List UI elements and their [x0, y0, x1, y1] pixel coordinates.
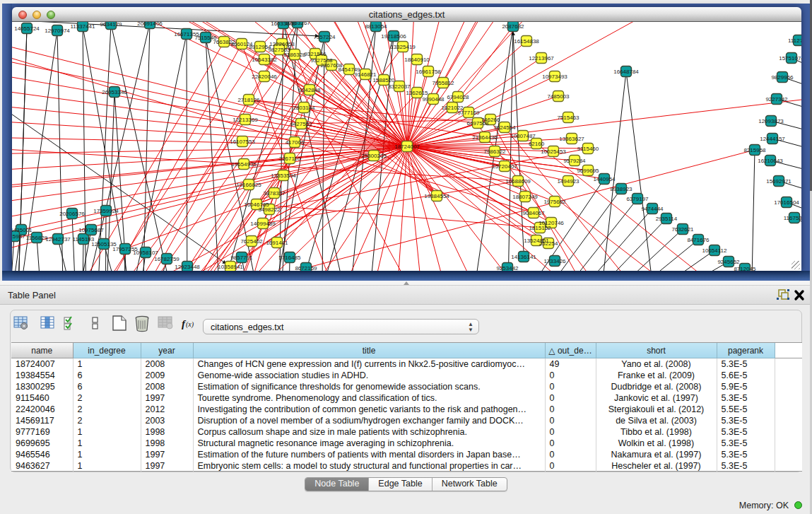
svg-text:2803144: 2803144 [293, 105, 315, 111]
svg-text:8471676: 8471676 [687, 237, 710, 243]
svg-text:1362615: 1362615 [406, 90, 428, 96]
svg-text:1167533: 1167533 [784, 215, 801, 221]
svg-text:12093873: 12093873 [758, 118, 784, 124]
svg-text:12970974: 12970974 [45, 28, 70, 34]
svg-text:7986322: 7986322 [483, 148, 506, 155]
svg-text:7485003: 7485003 [547, 93, 570, 100]
svg-text:15720407: 15720407 [492, 163, 517, 170]
svg-text:18807249: 18807249 [512, 194, 538, 200]
svg-text:12213967: 12213967 [529, 55, 554, 62]
svg-text:9115460: 9115460 [577, 146, 599, 152]
svg-text:9777169: 9777169 [457, 110, 480, 116]
svg-text:12444157: 12444157 [760, 136, 785, 142]
svg-text:8215958: 8215958 [743, 147, 766, 153]
svg-text:9245652: 9245652 [717, 259, 740, 265]
svg-text:9474444: 9474444 [641, 206, 664, 212]
svg-text:19654935: 19654935 [231, 161, 257, 168]
svg-text:8186328: 8186328 [283, 52, 306, 58]
svg-text:19384554: 19384554 [424, 193, 449, 199]
svg-text:1733426: 1733426 [543, 258, 566, 264]
svg-text:10543382: 10543382 [252, 57, 277, 63]
svg-text:9829966: 9829966 [771, 74, 794, 81]
svg-text:9857791: 9857791 [230, 255, 253, 261]
svg-text:1691441: 1691441 [266, 240, 288, 246]
svg-text:16210643: 16210643 [758, 158, 783, 164]
svg-text:9699695: 9699695 [577, 168, 599, 174]
svg-text:417006: 417006 [286, 139, 305, 146]
svg-text:12213369: 12213369 [233, 117, 258, 123]
svg-text:(x): (x) [186, 320, 194, 329]
svg-text:7632621: 7632621 [671, 226, 694, 233]
svg-text:3878337: 3878337 [263, 190, 286, 197]
svg-text:9634179: 9634179 [100, 22, 122, 28]
svg-text:10975687: 10975687 [78, 227, 104, 233]
svg-text:16154838: 16154838 [514, 38, 539, 45]
svg-text:8813054: 8813054 [365, 23, 387, 30]
svg-text:10973493: 10973493 [542, 74, 567, 80]
svg-text:9253442: 9253442 [496, 265, 519, 271]
svg-text:14055724: 14055724 [14, 25, 40, 32]
svg-text:16648784: 16648784 [613, 69, 639, 75]
svg-text:7955812: 7955812 [432, 80, 454, 86]
svg-text:3624554: 3624554 [493, 124, 516, 131]
svg-text:13363627: 13363627 [559, 136, 584, 142]
svg-text:1588520: 1588520 [372, 77, 395, 83]
svg-text:10958107: 10958107 [133, 250, 158, 256]
svg-text:15692971: 15692971 [766, 178, 792, 185]
svg-text:10688609: 10688609 [505, 178, 531, 185]
svg-text:16107553: 16107553 [230, 139, 255, 145]
svg-text:9321546: 9321546 [304, 51, 326, 57]
svg-text:1815152: 1815152 [529, 225, 551, 231]
svg-text:746266: 746266 [481, 117, 500, 123]
svg-text:2935114: 2935114 [656, 216, 678, 222]
svg-text:18724007: 18724007 [394, 144, 420, 150]
svg-text:7515463: 7515463 [557, 115, 579, 121]
svg-text:15751074: 15751074 [779, 55, 801, 62]
svg-text:16961758: 16961758 [416, 69, 441, 75]
svg-text:2087682: 2087682 [502, 23, 524, 30]
svg-text:7625402: 7625402 [240, 238, 263, 245]
svg-text:13353594: 13353594 [271, 173, 296, 179]
svg-text:252254: 252254 [539, 240, 558, 247]
svg-text:9990448: 9990448 [422, 96, 445, 103]
svg-text:14099489: 14099489 [250, 221, 276, 227]
svg-text:1975692: 1975692 [543, 199, 566, 205]
svg-text:20691406: 20691406 [137, 22, 163, 27]
svg-text:9084067: 9084067 [522, 210, 545, 216]
svg-text:8672159: 8672159 [295, 265, 317, 271]
svg-text:19166825: 19166825 [236, 182, 261, 188]
svg-text:10025453: 10025453 [541, 148, 566, 155]
svg-text:17016504: 17016504 [774, 199, 799, 206]
svg-text:3267110: 3267110 [279, 156, 301, 162]
svg-text:8322037: 8322037 [388, 83, 411, 90]
svg-text:26053346: 26053346 [102, 89, 127, 95]
svg-text:14136141: 14136141 [511, 254, 536, 260]
svg-text:5716485: 5716485 [278, 255, 301, 261]
svg-text:1440954: 1440954 [593, 176, 616, 182]
svg-text:8938923: 8938923 [610, 186, 632, 192]
svg-text:18640910: 18640910 [404, 57, 430, 63]
svg-text:3498222: 3498222 [258, 206, 281, 213]
svg-text:10807487: 10807487 [510, 133, 536, 139]
svg-text:6379197: 6379197 [626, 196, 649, 202]
svg-text:11337441: 11337441 [71, 23, 96, 30]
svg-text:13325419: 13325419 [390, 44, 416, 50]
svg-text:9242848: 9242848 [298, 87, 321, 93]
svg-text:7357224: 7357224 [313, 34, 336, 40]
svg-text:1112733: 1112733 [788, 37, 801, 44]
svg-text:20206576: 20206576 [59, 211, 85, 217]
svg-text:17359924: 17359924 [93, 208, 119, 214]
svg-text:62160: 62160 [529, 141, 545, 147]
svg-text:19218506: 19218506 [381, 33, 406, 40]
svg-text:22420046: 22420046 [252, 74, 277, 80]
svg-text:9227342: 9227342 [765, 96, 788, 103]
svg-text:12942737: 12942737 [45, 236, 71, 243]
svg-text:1435001: 1435001 [12, 227, 33, 233]
svg-text:1494923: 1494923 [557, 178, 579, 185]
svg-text:21364436: 21364436 [472, 134, 498, 141]
svg-text:10654112: 10654112 [702, 247, 728, 254]
svg-text:10358941: 10358941 [218, 264, 243, 270]
svg-text:3915987: 3915987 [12, 233, 25, 240]
svg-text:9427552: 9427552 [290, 121, 312, 127]
svg-text:2718126: 2718126 [237, 97, 260, 103]
